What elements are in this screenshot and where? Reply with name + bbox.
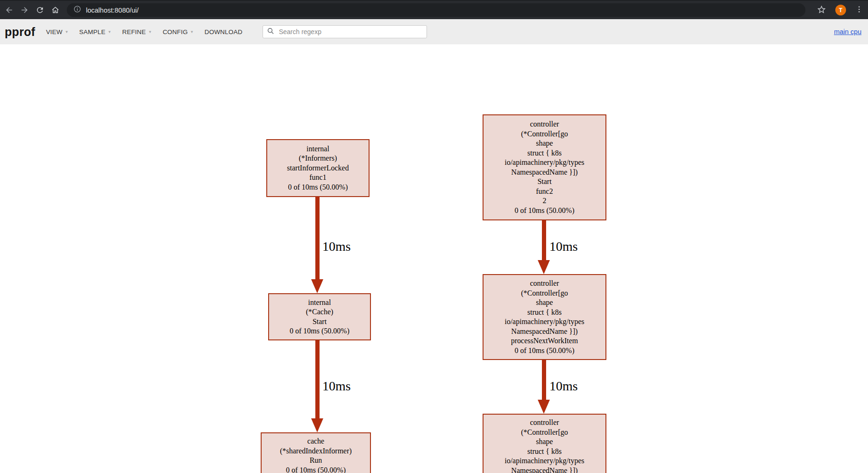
graph-node-startInformerLocked[interactable]: internal (*Informers) startInformerLocke… — [266, 139, 370, 197]
home-icon — [51, 6, 60, 14]
edge-arrowhead-icon — [311, 279, 323, 293]
profile-name-link[interactable]: main cpu — [834, 28, 861, 35]
menu-refine[interactable]: REFINE ▼ — [122, 28, 152, 35]
edge-weight-label: 10ms — [549, 379, 578, 394]
edge-weight-label: 10ms — [322, 379, 351, 394]
star-icon — [817, 5, 826, 16]
avatar-letter: T — [839, 7, 842, 14]
edge-weight-label: 10ms — [549, 239, 578, 254]
edge-line — [542, 360, 546, 400]
edge-line — [542, 220, 546, 261]
back-button[interactable] — [2, 4, 15, 17]
menu-view[interactable]: VIEW ▼ — [46, 28, 68, 35]
site-info-icon[interactable] — [73, 5, 81, 15]
chevron-down-icon: ▼ — [148, 30, 152, 34]
graph-node-sharedIndexInformer-run[interactable]: cache (*sharedIndexInformer) Run 0 of 10… — [261, 432, 371, 473]
callgraph-canvas: internal (*Informers) startInformerLocke… — [0, 44, 868, 473]
pprof-logo: pprof — [5, 25, 35, 39]
edge-line — [315, 197, 320, 280]
url-text[interactable]: localhost:8080/ui/ — [86, 7, 139, 14]
graph-node-controller-start[interactable]: controller (*Controller[go shape struct … — [483, 114, 606, 220]
forward-button[interactable] — [18, 4, 31, 17]
back-arrow-icon — [5, 6, 14, 14]
graph-node-controller-bottom[interactable]: controller (*Controller[go shape struct … — [483, 414, 606, 473]
menu-sample[interactable]: SAMPLE ▼ — [79, 28, 112, 35]
edge-arrowhead-icon — [311, 418, 323, 432]
menu-bar: VIEW ▼ SAMPLE ▼ REFINE ▼ CONFIG ▼ DOWNLO… — [46, 28, 253, 35]
menu-download[interactable]: DOWNLOAD — [205, 28, 242, 35]
browser-menu-button[interactable] — [855, 5, 863, 15]
edge-weight-label: 10ms — [322, 239, 351, 254]
menu-config[interactable]: CONFIG ▼ — [163, 28, 194, 35]
graph-node-cache-start[interactable]: internal (*Cache) Start 0 of 10ms (50.00… — [268, 293, 371, 340]
profile-avatar[interactable]: T — [835, 5, 846, 15]
chevron-down-icon: ▼ — [65, 30, 69, 34]
forward-arrow-icon — [20, 6, 29, 14]
pprof-header: pprof VIEW ▼ SAMPLE ▼ REFINE ▼ CONFIG ▼ … — [0, 19, 868, 44]
kebab-menu-icon — [855, 5, 863, 15]
address-bar[interactable]: localhost:8080/ui/ — [67, 3, 805, 17]
chevron-down-icon: ▼ — [108, 30, 112, 34]
home-button[interactable] — [49, 4, 62, 17]
search-input[interactable] — [278, 28, 423, 36]
graph-node-processNextWorkItem[interactable]: controller (*Controller[go shape struct … — [483, 274, 606, 360]
edge-line — [315, 340, 320, 419]
browser-chrome: localhost:8080/ui/ T — [0, 0, 868, 19]
chevron-down-icon: ▼ — [190, 30, 194, 34]
search-box[interactable] — [263, 25, 427, 38]
edge-arrowhead-icon — [538, 400, 550, 414]
bookmark-star-button[interactable] — [817, 5, 826, 16]
search-icon — [267, 27, 275, 37]
reload-icon — [36, 6, 44, 14]
edge-arrowhead-icon — [538, 260, 550, 274]
reload-button[interactable] — [33, 4, 46, 17]
